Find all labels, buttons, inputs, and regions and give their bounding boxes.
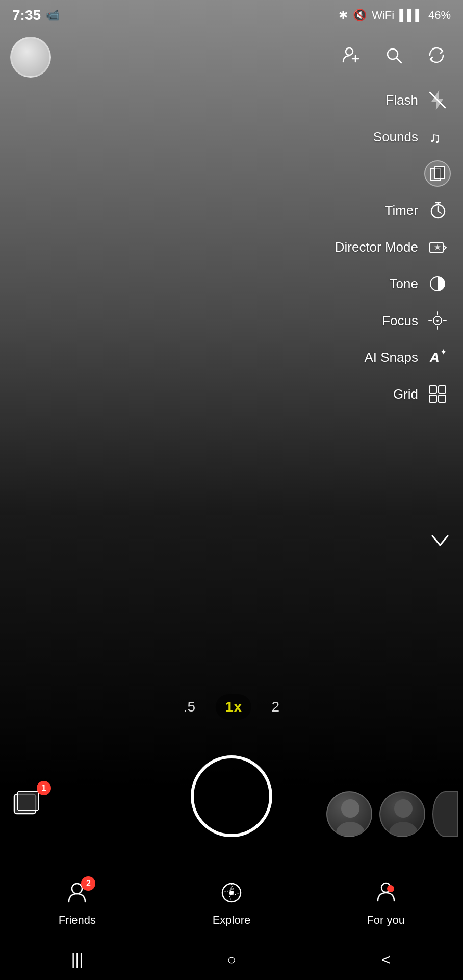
wifi-icon: WiFi bbox=[372, 9, 394, 22]
zoom-half-button[interactable]: .5 bbox=[184, 699, 195, 715]
director-icon bbox=[424, 234, 451, 260]
focus-label: Focus bbox=[382, 313, 418, 329]
avatar[interactable] bbox=[10, 37, 51, 78]
svg-marker-17 bbox=[434, 244, 441, 250]
top-actions bbox=[335, 31, 453, 80]
explore-label: Explore bbox=[213, 914, 251, 927]
android-recent-button[interactable]: ||| bbox=[57, 951, 97, 968]
svg-line-12 bbox=[438, 211, 441, 213]
svg-point-36 bbox=[389, 822, 418, 837]
focus-control[interactable]: Focus bbox=[328, 302, 458, 339]
friends-label: Friends bbox=[59, 914, 96, 927]
svg-rect-29 bbox=[429, 395, 436, 402]
flash-label: Flash bbox=[385, 92, 418, 108]
ai-snaps-label: AI Snaps bbox=[364, 350, 418, 365]
bottom-nav: 2 Friends ✦ Explore bbox=[0, 868, 463, 939]
svg-marker-16 bbox=[443, 245, 446, 250]
tone-control[interactable]: Tone bbox=[328, 265, 458, 302]
svg-rect-28 bbox=[439, 386, 446, 393]
status-icons: ✱ 🔇 WiFi ▌▌▌ 46% bbox=[339, 9, 451, 22]
director-mode-control[interactable]: Director Mode bbox=[328, 229, 458, 265]
grid-label: Grid bbox=[393, 386, 418, 402]
svg-text:A: A bbox=[429, 350, 440, 365]
svg-point-34 bbox=[336, 822, 365, 837]
svg-rect-9 bbox=[434, 166, 445, 179]
svg-point-35 bbox=[394, 799, 413, 818]
svg-text:✦: ✦ bbox=[228, 891, 233, 897]
timer-icon bbox=[424, 197, 451, 224]
sounds-label: Sounds bbox=[373, 129, 418, 145]
search-button[interactable] bbox=[377, 39, 410, 71]
android-nav: ||| ○ < bbox=[0, 939, 463, 980]
zoom-controls: .5 1x 2 bbox=[184, 694, 279, 720]
friends-badge: 2 bbox=[81, 876, 95, 891]
status-time: 7:35 bbox=[12, 7, 41, 23]
camera-controls: Flash Sounds ♫ Timer bbox=[328, 82, 458, 412]
bluetooth-icon: ✱ bbox=[339, 9, 348, 22]
multisnap-icon bbox=[424, 160, 451, 187]
flash-control[interactable]: Flash bbox=[328, 82, 458, 118]
flip-camera-button[interactable] bbox=[420, 39, 453, 71]
tone-label: Tone bbox=[390, 276, 418, 292]
foryou-icon bbox=[374, 880, 398, 910]
foryou-label: For you bbox=[367, 914, 405, 927]
sounds-icon: ♫ bbox=[424, 124, 451, 150]
sounds-control[interactable]: Sounds ♫ bbox=[328, 118, 458, 155]
svg-point-0 bbox=[346, 48, 353, 55]
status-bar: 7:35 📹 ✱ 🔇 WiFi ▌▌▌ 46% bbox=[0, 0, 463, 31]
svg-point-3 bbox=[388, 49, 398, 59]
signal-icon: ▌▌▌ bbox=[399, 9, 423, 22]
grid-control[interactable]: Grid bbox=[328, 376, 458, 412]
focus-icon bbox=[424, 307, 451, 334]
story-avatar-1[interactable] bbox=[326, 791, 372, 837]
multisnap-control[interactable] bbox=[328, 155, 458, 192]
svg-point-37 bbox=[72, 884, 82, 894]
status-camera-icon: 📹 bbox=[46, 9, 60, 22]
add-friend-button[interactable] bbox=[335, 39, 367, 71]
stories-strip bbox=[326, 791, 463, 837]
more-options-button[interactable] bbox=[427, 531, 453, 553]
svg-rect-27 bbox=[429, 386, 436, 393]
zoom-1x-button[interactable]: 1x bbox=[216, 694, 251, 720]
ai-snaps-control[interactable]: AI Snaps A ✦ bbox=[328, 339, 458, 376]
zoom-2x-button[interactable]: 2 bbox=[272, 699, 280, 715]
mute-icon: 🔇 bbox=[353, 9, 367, 22]
nav-friends[interactable]: 2 Friends bbox=[26, 880, 128, 927]
flash-icon bbox=[424, 87, 451, 113]
story-avatar-2[interactable] bbox=[379, 791, 425, 837]
ai-snaps-icon: A ✦ bbox=[424, 344, 451, 371]
friends-icon: 2 bbox=[65, 880, 89, 910]
svg-point-20 bbox=[436, 320, 439, 322]
story-avatar-3[interactable] bbox=[432, 791, 458, 837]
svg-point-43 bbox=[387, 885, 394, 892]
timer-control[interactable]: Timer bbox=[328, 192, 458, 229]
android-home-button[interactable]: ○ bbox=[211, 951, 252, 968]
nav-explore[interactable]: ✦ Explore bbox=[181, 880, 282, 927]
battery-text: 46% bbox=[428, 9, 451, 22]
svg-rect-30 bbox=[439, 395, 446, 402]
svg-point-33 bbox=[341, 799, 359, 818]
shutter-button[interactable] bbox=[191, 755, 272, 837]
svg-text:♫: ♫ bbox=[429, 129, 441, 146]
android-back-button[interactable]: < bbox=[366, 951, 406, 968]
svg-text:✦: ✦ bbox=[440, 348, 447, 356]
tone-icon bbox=[424, 271, 451, 297]
nav-foryou[interactable]: For you bbox=[335, 880, 437, 927]
svg-line-4 bbox=[397, 58, 401, 63]
grid-icon bbox=[424, 381, 451, 407]
explore-icon: ✦ bbox=[219, 880, 244, 910]
director-label: Director Mode bbox=[335, 239, 418, 255]
timer-label: Timer bbox=[385, 203, 418, 218]
